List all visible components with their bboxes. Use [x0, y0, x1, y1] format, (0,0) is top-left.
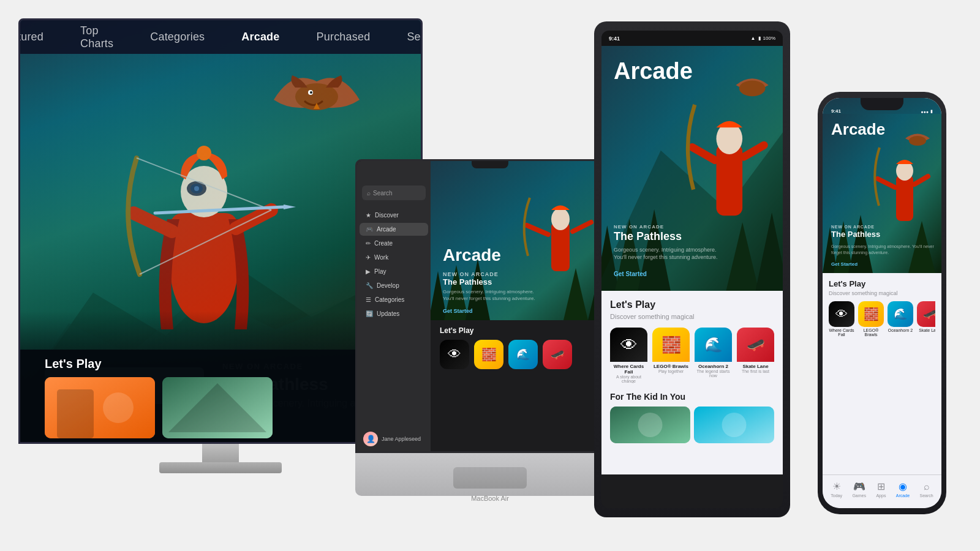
search-icon: ⌕: [367, 190, 371, 197]
ipad-game-label-2: LEGO® Brawls: [652, 364, 690, 369]
wifi-icon: ▲: [751, 36, 756, 41]
ipad-arcade-title: Arcade: [614, 58, 693, 84]
play-icon: ▶: [366, 268, 371, 275]
iphone-game-item-4[interactable]: 🛹 Skate Lane: [917, 301, 935, 337]
sidebar-arcade-label: Arcade: [377, 226, 396, 233]
ipad-game-label-4: Skate Lane: [737, 364, 774, 369]
search-tab-icon: ⌕: [924, 481, 930, 492]
iphone-hero: Arcade NEW ON ARCADE The Pathless Gorgeo…: [823, 114, 941, 273]
tv-nav-purchased[interactable]: Purchased: [317, 31, 371, 43]
ipad-for-kid-title: For The Kid In You: [610, 392, 774, 402]
iphone-hero-game: The Pathless: [831, 230, 880, 239]
iphone-game-name-3: Oceanhorn 2: [888, 328, 913, 332]
iphone-tab-games[interactable]: 🎮 Games: [852, 481, 866, 498]
work-icon: ✈: [366, 254, 371, 261]
iphone-tab-today[interactable]: ☀ Today: [831, 481, 842, 498]
updates-icon: 🔄: [366, 310, 373, 317]
thumb-1-art: [45, 377, 155, 438]
game-icon-sox[interactable]: 🛹: [543, 340, 572, 369]
tv-game-thumbs: [45, 377, 396, 438]
iphone-tab-arcade[interactable]: ◉ Arcade: [896, 481, 910, 498]
iphone-arcade-title: Arcade: [831, 120, 885, 139]
ipad-hero-game: The Pathless: [614, 230, 682, 243]
ipad-game-label-1: Where Cards Fall: [610, 364, 647, 375]
macbook-profile[interactable]: 👤 Jane Appleseed: [363, 432, 421, 446]
apps-tab-icon: ⊞: [877, 481, 885, 492]
sidebar-play-label: Play: [374, 268, 386, 275]
ipad-kid-banners: [610, 407, 774, 443]
macbook-inner: ⌕ Search ★ Discover 🎮 Arcade ✏ Create: [357, 161, 623, 451]
game-icon-eye[interactable]: 👁: [440, 340, 469, 369]
battery-level: 100%: [763, 36, 775, 41]
macbook-hero-desc: Gorgeous scenery. Intriguing atmosphere.…: [443, 288, 617, 302]
iphone-game-name-4: Skate Lane: [919, 328, 935, 332]
svg-point-59: [638, 413, 663, 437]
tv-game-thumb-1[interactable]: [45, 377, 155, 438]
user-avatar: 👤: [363, 432, 378, 446]
game-icon-lego[interactable]: 🧱: [474, 340, 503, 369]
ipad-game-card-1[interactable]: 👁 Where Cards Fall A story about change: [610, 328, 647, 383]
iphone-tab-apps[interactable]: ⊞ Apps: [876, 481, 886, 498]
ipad-content: Let's Play Discover something magical 👁 …: [601, 291, 783, 474]
iphone-game-item-2[interactable]: 🧱 LEGO® Brawls: [858, 301, 884, 337]
ipad-game-sublabel-1: A story about change: [610, 375, 647, 383]
macbook-hero-game: The Pathless: [443, 277, 492, 287]
ipad-game-sublabel-3: The legend starts now: [695, 369, 732, 378]
search-placeholder: Search: [373, 190, 393, 197]
macbook-game-icons: 👁 🧱 🌊 🛹: [440, 340, 614, 369]
macbook-sidebar-create[interactable]: ✏ Create: [360, 237, 428, 250]
ipad-hero-subtitle: NEW ON ARCADE: [614, 224, 664, 230]
iphone-tab-search[interactable]: ⌕ Search: [920, 481, 933, 498]
macbook-touchpad: [453, 467, 527, 489]
today-tab-icon: ☀: [832, 481, 841, 492]
tv-nav-search[interactable]: Search: [407, 31, 423, 43]
svg-point-61: [722, 413, 747, 437]
tv-nav-featured[interactable]: Featured: [18, 31, 43, 43]
iphone-game-item-1[interactable]: 👁 Where Cards Fall: [829, 301, 854, 337]
sidebar-work-label: Work: [374, 254, 388, 261]
kid-banner-2[interactable]: [694, 407, 774, 443]
macbook-sidebar-discover[interactable]: ★ Discover: [360, 209, 428, 222]
scene-container: Featured Top Charts Categories Arcade Pu…: [0, 0, 980, 551]
ipad-game-card-3[interactable]: 🌊 Oceanhorn 2 The legend starts now: [695, 328, 732, 383]
iphone-icon-ocean: 🌊: [888, 301, 913, 327]
ipad-game-card-2[interactable]: 🧱 LEGO® Brawls Play together: [652, 328, 690, 383]
ipad-hero-cta[interactable]: Get Started: [614, 271, 647, 277]
macbook-sidebar-play[interactable]: ▶ Play: [360, 265, 428, 278]
macbook-brand-label: MacBook Air: [471, 495, 509, 502]
iphone-hero-cta[interactable]: Get Started: [831, 261, 858, 267]
game-icon-ocean[interactable]: 🌊: [508, 340, 538, 369]
svg-point-33: [103, 392, 134, 423]
categories-icon: ☰: [366, 296, 371, 303]
macbook-sidebar-categories[interactable]: ☰ Categories: [360, 293, 428, 306]
iphone-battery-icon: ▮: [930, 109, 933, 114]
kid-banner-1[interactable]: [610, 407, 690, 443]
tv-nav-top-charts[interactable]: Top Charts: [80, 24, 113, 50]
iphone-game-item-3[interactable]: 🌊 Oceanhorn 2: [888, 301, 913, 337]
macbook-sidebar-work[interactable]: ✈ Work: [360, 251, 428, 264]
sidebar-create-label: Create: [374, 240, 393, 247]
macbook-search-bar[interactable]: ⌕ Search: [362, 186, 426, 200]
tv-game-thumb-2[interactable]: [162, 377, 273, 438]
ipad-frame: 9:41 ▲ ▮ 100%: [594, 21, 790, 517]
macbook-sidebar-develop[interactable]: 🔧 Develop: [360, 279, 428, 292]
macbook-arcade-title: Arcade: [443, 246, 501, 265]
user-name: Jane Appleseed: [382, 436, 421, 442]
ipad-status-icons: ▲ ▮ 100%: [751, 36, 775, 41]
iphone-game-name-1: Where Cards Fall: [829, 328, 854, 337]
macbook-hero-cta[interactable]: Get Started: [443, 308, 473, 314]
svg-rect-53: [716, 144, 742, 216]
macbook-sidebar-arcade[interactable]: 🎮 Arcade: [360, 223, 428, 236]
macbook-sidebar-updates[interactable]: 🔄 Updates: [360, 307, 428, 320]
iphone-lets-play-title: Let's Play: [829, 279, 935, 288]
ipad-time: 9:41: [609, 36, 620, 42]
iphone-content: Let's Play Discover something magical 👁 …: [823, 273, 941, 348]
tv-nav-arcade[interactable]: Arcade: [241, 31, 279, 43]
iphone-device: 9:41 ●●● ▮: [818, 92, 946, 514]
tv-navigation: Featured Top Charts Categories Arcade Pu…: [20, 20, 421, 54]
ipad-game-label-3: Oceanhorn 2: [695, 364, 732, 369]
iphone-signal-icon: ●●●: [921, 110, 929, 114]
sidebar-updates-label: Updates: [377, 310, 399, 317]
tv-nav-categories[interactable]: Categories: [150, 31, 205, 43]
ipad-game-card-4[interactable]: 🛹 Skate Lane The first is last: [737, 328, 774, 383]
